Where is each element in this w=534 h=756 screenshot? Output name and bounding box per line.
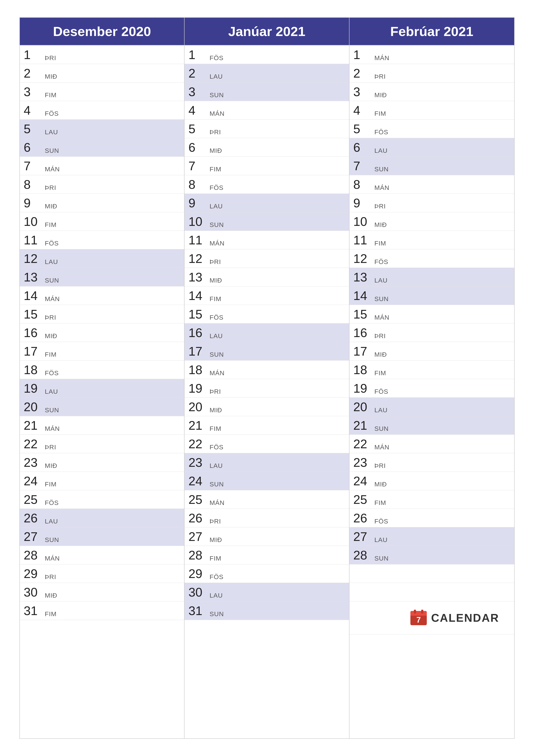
day-row: 20MIÐ xyxy=(185,398,349,416)
day-row: 24FIM xyxy=(20,472,184,490)
day-number: 8 xyxy=(353,178,373,191)
day-number: 17 xyxy=(353,345,373,358)
day-name: LAU xyxy=(45,388,58,395)
day-row: 16LAU xyxy=(185,323,349,342)
day-name: ÞRI xyxy=(210,258,221,265)
day-number: 15 xyxy=(189,308,208,320)
day-number: 22 xyxy=(189,438,208,450)
day-number: 5 xyxy=(353,122,373,135)
day-row: 29FÖS xyxy=(185,564,349,583)
day-number: 19 xyxy=(189,382,208,394)
day-number: 4 xyxy=(353,104,373,117)
day-number: 29 xyxy=(189,567,208,580)
day-name: MÁN xyxy=(45,555,60,562)
day-number: 4 xyxy=(189,104,208,117)
day-name: ÞRI xyxy=(210,128,221,136)
day-name: MIÐ xyxy=(45,73,57,80)
day-number: 21 xyxy=(353,419,373,432)
day-name: FIM xyxy=(210,555,221,562)
day-name: MIÐ xyxy=(45,592,57,599)
day-number: 28 xyxy=(24,549,43,561)
day-row: 14SUN xyxy=(349,286,514,305)
day-number: 27 xyxy=(353,530,373,543)
day-number: 1 xyxy=(24,48,43,61)
day-row: 15ÞRI xyxy=(20,305,184,323)
day-row-empty xyxy=(349,583,514,602)
day-number: 25 xyxy=(353,493,373,506)
day-row: 1MÁN xyxy=(349,45,514,64)
day-number: 23 xyxy=(189,456,208,469)
day-number: 16 xyxy=(189,327,208,339)
day-name: FÖS xyxy=(374,388,389,395)
day-name: MIÐ xyxy=(45,462,57,470)
day-name: MÁN xyxy=(210,240,225,247)
month-header-desember: Desember 2020 xyxy=(20,18,184,45)
logo-area: 7 CALENDAR xyxy=(401,603,508,633)
day-row: 11MÁN xyxy=(185,231,349,249)
svg-rect-4 xyxy=(421,610,423,613)
day-number: 3 xyxy=(189,86,208,98)
day-number: 16 xyxy=(353,327,373,339)
day-name: ÞRI xyxy=(374,332,386,339)
day-name: MIÐ xyxy=(210,406,222,414)
day-name: SUN xyxy=(210,351,224,358)
day-number: 6 xyxy=(189,141,208,154)
day-name: MÁN xyxy=(45,166,60,173)
day-name: SUN xyxy=(45,147,59,154)
day-row: 29ÞRI xyxy=(20,564,184,583)
day-number: 26 xyxy=(24,512,43,524)
day-row: 17MIÐ xyxy=(349,342,514,361)
day-number: 28 xyxy=(353,549,373,561)
day-number: 6 xyxy=(353,141,373,154)
day-row: 14FIM xyxy=(185,286,349,305)
day-name: MIÐ xyxy=(45,202,57,210)
day-row: 14MÁN xyxy=(20,286,184,305)
day-number: 22 xyxy=(24,438,43,450)
day-number: 5 xyxy=(24,122,43,135)
day-name: LAU xyxy=(210,332,223,339)
day-name: LAU xyxy=(210,462,223,470)
day-row: 25MÁN xyxy=(185,490,349,509)
day-name: SUN xyxy=(45,536,59,544)
logo-row: 7 CALENDAR xyxy=(349,602,514,634)
day-number: 10 xyxy=(24,215,43,228)
day-number: 10 xyxy=(189,215,208,228)
day-row: 1ÞRI xyxy=(20,45,184,64)
day-row: 13LAU xyxy=(349,268,514,286)
day-number: 17 xyxy=(189,345,208,358)
day-row: 23MIÐ xyxy=(20,453,184,472)
day-row: 9ÞRI xyxy=(349,194,514,212)
day-row: 17FIM xyxy=(20,342,184,361)
day-name: SUN xyxy=(210,221,224,229)
day-number: 31 xyxy=(24,605,43,617)
day-row: 6LAU xyxy=(349,138,514,157)
day-row: 30LAU xyxy=(185,583,349,602)
day-number: 29 xyxy=(24,567,43,580)
day-name: SUN xyxy=(374,555,389,562)
day-number: 6 xyxy=(24,141,43,154)
day-number: 20 xyxy=(189,401,208,413)
day-name: LAU xyxy=(45,128,58,136)
day-name: LAU xyxy=(45,518,58,525)
month-column-januar: Janúar 20211FÖS2LAU3SUN4MÁN5ÞRI6MIÐ7FIM8… xyxy=(185,18,349,738)
day-name: LAU xyxy=(374,536,388,544)
day-number: 25 xyxy=(24,493,43,506)
day-number: 1 xyxy=(353,48,373,61)
day-number: 26 xyxy=(353,512,373,524)
day-name: SUN xyxy=(210,610,224,618)
day-name: SUN xyxy=(45,406,59,414)
day-number: 14 xyxy=(353,289,373,302)
day-number: 25 xyxy=(189,493,208,506)
svg-rect-3 xyxy=(414,610,416,613)
day-number: 15 xyxy=(24,308,43,320)
day-row: 30MIÐ xyxy=(20,583,184,602)
day-name: MIÐ xyxy=(45,332,57,339)
day-name: MÁN xyxy=(210,369,225,377)
day-row: 20LAU xyxy=(349,398,514,416)
day-name: FÖS xyxy=(45,110,59,117)
day-row: 5FÖS xyxy=(349,120,514,138)
day-row: 1FÖS xyxy=(185,45,349,64)
day-number: 8 xyxy=(189,178,208,191)
day-number: 20 xyxy=(24,401,43,413)
day-number: 12 xyxy=(189,252,208,265)
